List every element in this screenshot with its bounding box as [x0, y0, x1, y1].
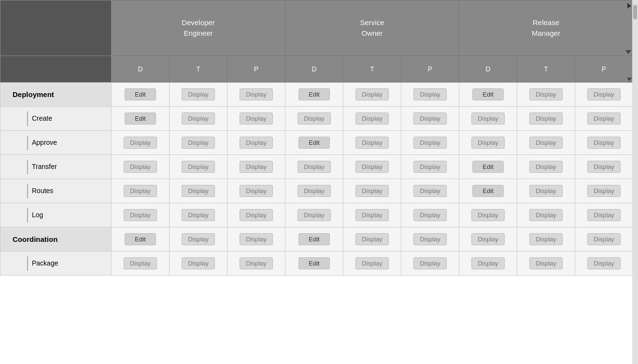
display-button[interactable]: Display	[529, 185, 563, 197]
display-button[interactable]: Display	[587, 209, 621, 221]
display-button[interactable]: Display	[529, 88, 563, 100]
display-button[interactable]: Display	[587, 161, 621, 173]
scrollbar[interactable]	[632, 0, 638, 364]
display-button[interactable]: Display	[298, 112, 331, 125]
display-button[interactable]: Display	[182, 257, 215, 269]
function-cell-approve: Approve	[0, 131, 112, 155]
so-env-p[interactable]: P	[401, 56, 459, 83]
role-header-service-owner[interactable]: ServiceOwner	[285, 0, 459, 56]
permission-cell: Display	[285, 155, 343, 179]
display-button[interactable]: Display	[587, 257, 621, 269]
display-button[interactable]: Display	[413, 112, 447, 125]
permission-cell: Edit	[112, 227, 170, 252]
display-button[interactable]: Display	[471, 209, 505, 221]
display-button[interactable]: Display	[240, 112, 273, 125]
dev-env-p[interactable]: P	[227, 56, 285, 83]
display-button[interactable]: Display	[298, 185, 331, 197]
role-header-developer[interactable]: DeveloperEngineer	[112, 0, 285, 56]
edit-button[interactable]: Edit	[298, 137, 330, 149]
permission-cell: Display	[343, 83, 401, 107]
display-button[interactable]: Display	[413, 233, 447, 245]
display-button[interactable]: Display	[124, 185, 157, 197]
display-button[interactable]: Display	[413, 161, 447, 173]
display-button[interactable]: Display	[240, 233, 273, 245]
display-button[interactable]: Display	[182, 137, 215, 149]
display-button[interactable]: Display	[529, 137, 563, 149]
edit-button[interactable]: Edit	[298, 233, 330, 245]
display-button[interactable]: Display	[355, 88, 389, 100]
display-button[interactable]: Display	[355, 137, 389, 149]
display-button[interactable]: Display	[182, 88, 215, 100]
display-button[interactable]: Display	[355, 161, 389, 173]
so-env-t[interactable]: T	[343, 56, 401, 83]
dev-env-t[interactable]: T	[170, 56, 227, 83]
display-button[interactable]: Display	[240, 257, 273, 269]
display-button[interactable]: Display	[587, 112, 621, 125]
display-button[interactable]: Display	[298, 209, 331, 221]
rm-env-d[interactable]: D	[459, 56, 517, 83]
permission-cell: Edit	[459, 83, 517, 107]
role-header-release-manager[interactable]: ReleaseManager	[459, 0, 633, 56]
display-button[interactable]: Display	[298, 161, 331, 173]
display-button[interactable]: Display	[413, 137, 447, 149]
display-button[interactable]: Display	[587, 185, 621, 197]
display-button[interactable]: Display	[587, 137, 621, 149]
display-button[interactable]: Display	[240, 88, 273, 100]
permission-cell: Display	[343, 107, 401, 131]
display-button[interactable]: Display	[355, 257, 389, 269]
display-button[interactable]: Display	[529, 161, 563, 173]
display-button[interactable]: Display	[124, 137, 157, 149]
display-button[interactable]: Display	[240, 209, 273, 221]
edit-button[interactable]: Edit	[125, 112, 156, 125]
permission-cell: Display	[575, 155, 633, 179]
display-button[interactable]: Display	[240, 137, 273, 149]
scrollbar-thumb[interactable]	[633, 5, 637, 19]
display-button[interactable]: Display	[529, 257, 563, 269]
dev-env-d[interactable]: D	[112, 56, 170, 83]
row-label-approve: Approve	[32, 138, 57, 146]
display-button[interactable]: Display	[124, 209, 157, 221]
row-label-package: Package	[32, 259, 58, 266]
display-button[interactable]: Display	[240, 185, 273, 197]
edit-button[interactable]: Edit	[472, 185, 504, 197]
display-button[interactable]: Display	[182, 112, 215, 125]
display-button[interactable]: Display	[413, 185, 447, 197]
display-button[interactable]: Display	[355, 185, 389, 197]
display-button[interactable]: Display	[587, 88, 621, 100]
edit-button[interactable]: Edit	[125, 88, 156, 100]
display-button[interactable]: Display	[413, 257, 447, 269]
display-button[interactable]: Display	[471, 233, 505, 245]
edit-button[interactable]: Edit	[472, 161, 504, 173]
display-button[interactable]: Display	[471, 112, 505, 125]
display-button[interactable]: Display	[182, 185, 215, 197]
display-button[interactable]: Display	[182, 233, 215, 245]
display-button[interactable]: Display	[587, 233, 621, 245]
display-button[interactable]: Display	[413, 209, 447, 221]
display-button[interactable]: Display	[355, 112, 389, 125]
display-button[interactable]: Display	[355, 209, 389, 221]
display-button[interactable]: Display	[182, 161, 215, 173]
edit-button[interactable]: Edit	[125, 233, 156, 245]
display-button[interactable]: Display	[471, 257, 505, 269]
edit-button[interactable]: Edit	[298, 88, 330, 100]
rm-env-p[interactable]: P	[575, 56, 633, 83]
table-row: ApproveDisplayDisplayDisplayEditDisplayD…	[0, 131, 638, 155]
display-button[interactable]: Display	[471, 137, 505, 149]
display-button[interactable]: Display	[413, 88, 447, 100]
display-button[interactable]: Display	[124, 257, 157, 269]
so-env-d[interactable]: D	[285, 56, 343, 83]
display-button[interactable]: Display	[529, 209, 563, 221]
permission-cell: Display	[170, 252, 227, 276]
function-cell-package: Package	[0, 252, 112, 276]
permission-cell: Display	[285, 107, 343, 131]
permission-cell: Display	[112, 252, 170, 276]
edit-button[interactable]: Edit	[472, 88, 504, 100]
display-button[interactable]: Display	[124, 161, 157, 173]
rm-env-t[interactable]: T	[517, 56, 575, 83]
display-button[interactable]: Display	[529, 112, 563, 125]
display-button[interactable]: Display	[529, 233, 563, 245]
display-button[interactable]: Display	[355, 233, 389, 245]
display-button[interactable]: Display	[240, 161, 273, 173]
edit-button[interactable]: Edit	[298, 257, 330, 269]
display-button[interactable]: Display	[182, 209, 215, 221]
